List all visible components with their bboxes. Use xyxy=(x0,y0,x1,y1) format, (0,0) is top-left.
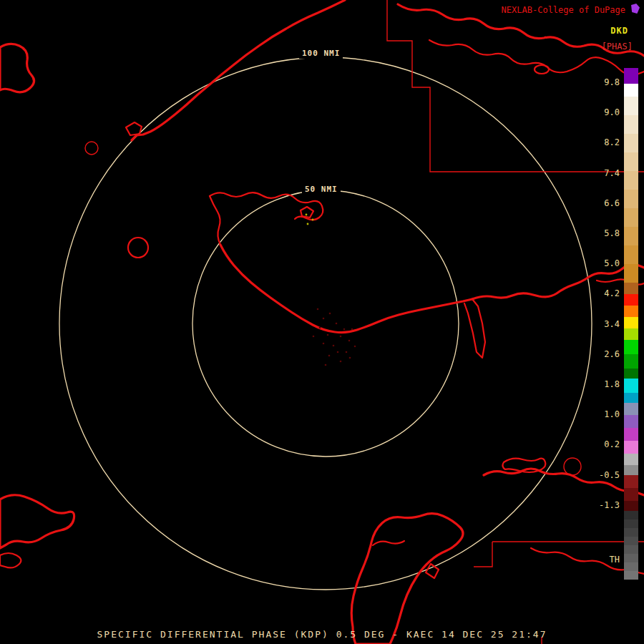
colorbar-tick-label: -0.5 xyxy=(582,470,620,480)
colorbar-tick-label: 9.0 xyxy=(582,107,620,117)
colorbar-segment xyxy=(624,519,638,528)
colorbar-segment xyxy=(624,208,638,227)
colorbar-segment xyxy=(624,428,638,441)
colorbar-tick-label: 3.4 xyxy=(582,319,620,329)
range-ring-100nmi xyxy=(59,57,592,590)
colorbar-segment xyxy=(624,369,638,379)
colorbar-tick-label: 1.8 xyxy=(582,379,620,389)
colorbar-segment xyxy=(624,475,638,488)
colorbar-segment xyxy=(624,441,638,454)
colorbar-segment xyxy=(624,97,638,115)
colorbar-tick-label: 8.2 xyxy=(582,137,620,147)
colorbar-segment xyxy=(624,393,638,403)
colorbar-segment xyxy=(624,562,638,571)
colorbar-segment xyxy=(624,294,638,306)
colorbar-tick-label: 2.6 xyxy=(582,349,620,359)
colorbar-segment xyxy=(624,68,638,84)
colorbar-segment xyxy=(624,328,638,340)
colorbar-tick-label: -1.3 xyxy=(582,500,620,510)
colorbar-segment xyxy=(624,227,638,245)
colorbar-segment xyxy=(624,152,638,171)
colorbar-segment xyxy=(624,283,638,294)
colorbar-segment xyxy=(624,84,638,97)
colorbar-segment xyxy=(624,340,638,354)
colorbar-segment xyxy=(624,354,638,369)
colorbar-segment xyxy=(624,537,638,545)
colorbar-segment xyxy=(624,134,638,152)
range-ring-label-50nmi: 50 NMI xyxy=(302,185,341,195)
range-ring-label-100nmi: 100 NMI xyxy=(299,49,343,59)
colorbar-tick-label: 1.0 xyxy=(582,409,620,419)
colorbar-segment xyxy=(624,317,638,328)
colorbar-segment xyxy=(624,245,638,264)
radar-echo-speckles xyxy=(306,214,356,366)
range-rings xyxy=(59,57,592,590)
coastlines xyxy=(0,0,644,644)
colorbar-segment xyxy=(624,465,638,475)
colorbar-segment xyxy=(624,403,638,415)
colorbar-threshold-label: TH xyxy=(582,555,620,565)
colorbar-segment xyxy=(624,488,638,501)
colorbar-tick-label: 9.8 xyxy=(582,77,620,87)
colorbar-tick-label: 4.2 xyxy=(582,288,620,298)
colorbar-segment xyxy=(624,528,638,537)
colorbar-segment xyxy=(624,415,638,428)
range-ring-50nmi xyxy=(192,190,459,457)
colorbar-segment xyxy=(624,545,638,554)
colorbar-segment xyxy=(624,190,638,208)
radar-map xyxy=(0,0,644,644)
product-code: DKD xyxy=(610,26,628,36)
radar-display: 100 NMI 50 NMI NEXLAB-College of DuPage … xyxy=(0,0,644,644)
colorbar-segment xyxy=(624,115,638,134)
colorbar-segment xyxy=(624,264,638,283)
product-caption: SPECIFIC DIFFERENTIAL PHASE (KDP) 0.5 DE… xyxy=(0,629,644,640)
colorbar-segment xyxy=(624,454,638,465)
colorbar-segment xyxy=(624,554,638,562)
colorbar-segment xyxy=(624,306,638,317)
colorbar-segment xyxy=(624,501,638,511)
colorbar-segment xyxy=(624,571,638,580)
colorbar-tick-label: 5.0 xyxy=(582,258,620,268)
brand-title: NEXLAB-College of DuPage xyxy=(502,5,625,15)
colorbar-segment xyxy=(624,379,638,393)
colorbar-tick-label: 6.6 xyxy=(582,198,620,208)
colorbar xyxy=(624,68,638,580)
colorbar-segment xyxy=(624,511,638,519)
colorbar-tick-label: 7.4 xyxy=(582,168,620,178)
units-label: [PHAS] xyxy=(602,42,633,52)
colorbar-tick-label: 0.2 xyxy=(582,439,620,449)
colorbar-segment xyxy=(624,171,638,190)
colorbar-tick-label: 5.8 xyxy=(582,228,620,238)
